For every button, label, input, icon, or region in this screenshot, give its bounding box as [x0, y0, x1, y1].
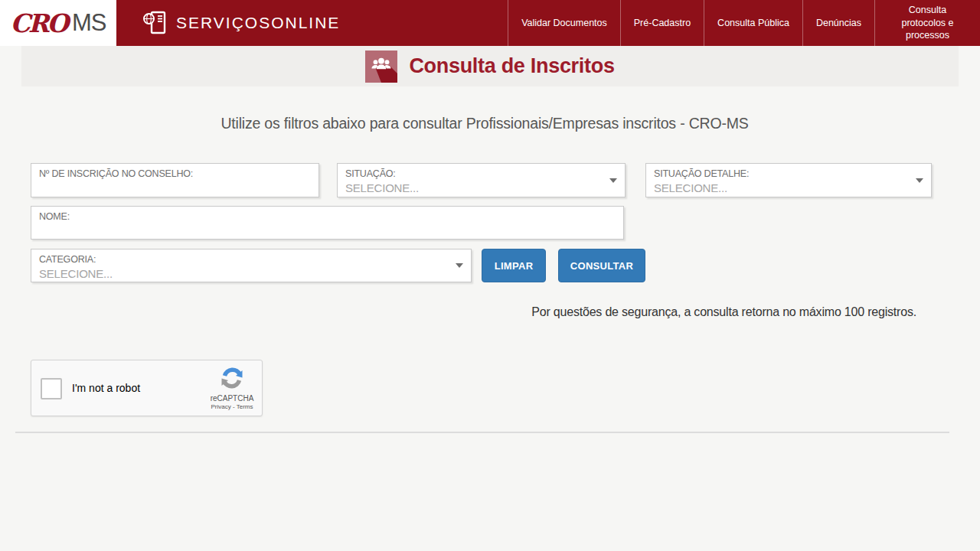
top-navbar: CRO MS SERVIÇOSONLINE Validar Documentos… [0, 0, 980, 46]
situacao-selected-value: SELECIONE... [338, 179, 625, 194]
recaptcha-links: Privacy - Terms [209, 403, 255, 410]
page-header: Consulta de Inscritos [21, 46, 959, 86]
nav-item-denuncias[interactable]: Denúncias [802, 0, 874, 46]
document-globe-icon [141, 9, 168, 37]
categoria-label: CATEGORIA: [31, 249, 471, 265]
nav-item-label: Validar Documentos [521, 17, 607, 30]
terms-link[interactable]: Terms [237, 403, 253, 410]
chevron-down-icon [916, 178, 923, 183]
recaptcha-brand-text: reCAPTCHA [209, 394, 255, 403]
inscricao-input[interactable] [31, 164, 318, 197]
inscricao-field: Nº DE INSCRIÇÃO NO CONSELHO: [31, 163, 319, 197]
situacao-select[interactable]: SITUAÇÃO: SELECIONE... [337, 163, 626, 197]
situacao-detalhe-select[interactable]: SITUAÇÃO DETALHE: SELECIONE... [645, 163, 932, 197]
links-separator: - [233, 403, 235, 410]
brand-servicos-online[interactable]: SERVIÇOSONLINE [141, 0, 340, 46]
nav-menu: Validar Documentos Pré-Cadastro Consulta… [508, 0, 980, 46]
nome-input[interactable] [31, 207, 623, 239]
recaptcha-logo-column: reCAPTCHA Privacy - Terms [209, 366, 255, 410]
chevron-down-icon [609, 178, 617, 183]
nav-item-label: Pré-Cadastro [634, 17, 691, 30]
brand-label: SERVIÇOSONLINE [176, 14, 340, 32]
categoria-selected-value: SELECIONE... [31, 265, 471, 280]
people-icon [365, 51, 397, 83]
nav-item-validar-documentos[interactable]: Validar Documentos [508, 0, 620, 46]
chevron-down-icon [456, 263, 463, 268]
nav-item-consulta-protocolos[interactable]: Consulta protocolos e processos [874, 0, 980, 46]
recaptcha-label: I'm not a robot [72, 382, 140, 394]
categoria-select[interactable]: CATEGORIA: SELECIONE... [31, 249, 472, 282]
page-title: Consulta de Inscritos [409, 54, 614, 78]
situacao-detalhe-label: SITUAÇÃO DETALHE: [646, 164, 931, 179]
cro-ms-logo[interactable]: CRO MS [0, 0, 116, 46]
logo-ms-text: MS [72, 9, 106, 37]
nome-field: NOME: [31, 206, 624, 240]
nav-item-label: Denúncias [816, 17, 861, 30]
intro-text: Utilize os filtros abaixo para consultar… [0, 115, 969, 132]
security-note: Por questões de segurança, a consulta re… [531, 305, 916, 319]
nav-item-pre-cadastro[interactable]: Pré-Cadastro [620, 0, 704, 46]
limpar-button[interactable]: LIMPAR [482, 249, 546, 282]
nav-item-label: Consulta Pública [717, 17, 789, 30]
consultar-button[interactable]: CONSULTAR [558, 249, 645, 282]
recaptcha-widget: I'm not a robot reCAPTCHA Privacy - Term… [31, 360, 263, 416]
nav-item-label: Consulta protocolos e processos [888, 4, 967, 43]
situacao-label: SITUAÇÃO: [338, 164, 625, 179]
recaptcha-checkbox[interactable] [41, 378, 62, 399]
nav-item-consulta-publica[interactable]: Consulta Pública [704, 0, 802, 46]
situacao-detalhe-selected-value: SELECIONE... [646, 179, 931, 194]
privacy-link[interactable]: Privacy [211, 403, 231, 410]
logo-cro-text: CRO [11, 8, 67, 38]
recaptcha-logo-icon [220, 366, 244, 393]
section-divider [15, 432, 949, 433]
